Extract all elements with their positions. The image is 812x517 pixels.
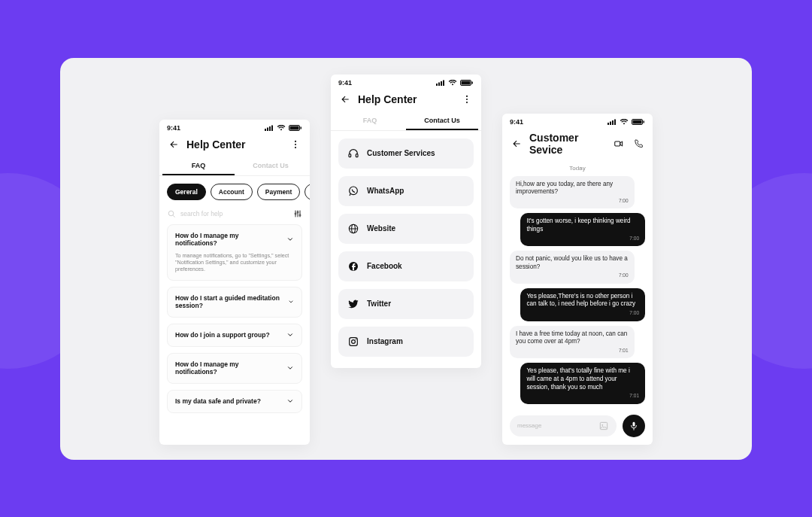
chat-body[interactable]: Hi,how are you today, are there any impr… (502, 176, 653, 407)
svg-point-14 (299, 214, 301, 216)
showcase-canvas: 9:41 Help Center FAQ Contact Us Gereral … (60, 58, 752, 460)
tab-contact-us[interactable]: Contact Us (406, 112, 478, 130)
svg-point-7 (295, 140, 296, 141)
wifi-icon (620, 119, 629, 125)
svg-point-10 (168, 211, 174, 216)
app-header: Customer Sevice (502, 127, 653, 162)
svg-rect-18 (443, 80, 444, 86)
category-chip-row: Gereral Account Payment Servic (159, 176, 310, 206)
svg-point-23 (466, 98, 468, 99)
contact-label: Twitter (367, 300, 391, 308)
image-attach-icon[interactable] (598, 421, 609, 431)
faq-question: How do I join a support group? (175, 331, 270, 339)
svg-rect-16 (438, 82, 440, 86)
chat-text: Do not panic, would you like us to have … (516, 255, 629, 271)
chat-time: 7:00 (516, 198, 629, 204)
faq-item[interactable]: Is my data safe and private? (167, 390, 302, 413)
tab-faq[interactable]: FAQ (162, 157, 235, 175)
chat-bubble-received: Do not panic, would you like us to have … (510, 251, 635, 284)
contact-twitter[interactable]: Twitter (338, 289, 474, 319)
svg-rect-20 (462, 81, 471, 84)
signal-icon (436, 80, 445, 86)
svg-point-13 (297, 211, 298, 213)
chat-bubble-received: I have a free time today at noon, can ca… (510, 326, 635, 359)
globe-icon (347, 223, 359, 235)
tab-faq[interactable]: FAQ (334, 112, 406, 130)
chat-text: Yes please, that's totally fine with me … (526, 367, 639, 391)
svg-rect-21 (472, 81, 474, 84)
chip-account[interactable]: Account (211, 184, 253, 200)
more-vertical-icon (290, 139, 301, 150)
whatsapp-icon (347, 185, 359, 197)
tabs: FAQ Contact Us (331, 112, 481, 131)
more-button[interactable] (289, 138, 302, 151)
battery-icon (632, 119, 645, 125)
screen-customer-service-chat: 9:41 Customer Sevice Today Hi,how are yo… (502, 114, 653, 445)
svg-rect-40 (633, 120, 642, 123)
status-bar: 9:41 (502, 114, 653, 127)
faq-item[interactable]: How do I manage my notifications? (167, 353, 302, 384)
svg-rect-6 (301, 126, 302, 129)
chat-text: Yes please,There's is no other person i … (526, 293, 639, 309)
wifi-icon (448, 80, 457, 86)
chip-payment[interactable]: Payment (257, 184, 300, 200)
page-title: Customer Sevice (529, 132, 606, 156)
battery-icon (289, 125, 302, 131)
facebook-icon (347, 260, 359, 272)
back-button[interactable] (167, 138, 180, 151)
filter-icon[interactable] (293, 209, 302, 218)
status-time: 9:41 (510, 118, 523, 126)
chat-text: I have a free time today at noon, can ca… (516, 330, 629, 346)
faq-item[interactable]: How do I manage my notifications? To man… (167, 224, 302, 281)
svg-point-9 (295, 147, 296, 148)
svg-rect-15 (436, 84, 438, 86)
chat-input-row: message (502, 407, 653, 445)
svg-rect-38 (614, 119, 616, 125)
svg-point-22 (466, 95, 468, 96)
call-button[interactable] (632, 137, 645, 151)
chat-time: 7:00 (526, 310, 639, 316)
contact-instagram[interactable]: Instagram (338, 327, 474, 357)
chat-time: 7:00 (526, 236, 639, 242)
faq-item[interactable]: How do I join a support group? (167, 324, 302, 347)
faq-item[interactable]: How do I start a guided meditation sessi… (167, 287, 302, 318)
back-button[interactable] (510, 137, 523, 151)
contact-facebook[interactable]: Facebook (338, 251, 474, 281)
svg-rect-17 (441, 81, 442, 86)
more-button[interactable] (460, 93, 474, 106)
svg-rect-0 (265, 129, 266, 131)
search-row[interactable]: search for help (159, 206, 310, 224)
contact-label: WhatsApp (367, 187, 404, 195)
svg-rect-2 (269, 126, 271, 131)
page-title: Help Center (186, 138, 283, 151)
wifi-icon (277, 125, 286, 131)
chat-input-placeholder: message (517, 422, 541, 429)
svg-rect-3 (271, 125, 273, 131)
svg-rect-1 (267, 127, 268, 131)
svg-rect-37 (612, 120, 614, 125)
chevron-down-icon (286, 364, 294, 372)
chat-text: It's gotten worse, i keep thinking weird… (526, 217, 639, 233)
chat-input[interactable]: message (510, 415, 617, 436)
app-header: Help Center (159, 133, 310, 157)
chat-bubble-sent: Yes please,There's is no other person i … (520, 288, 645, 321)
back-button[interactable] (338, 93, 352, 106)
contact-label: Instagram (367, 337, 403, 345)
arrow-left-icon (168, 139, 179, 150)
svg-line-11 (173, 215, 174, 217)
chip-service[interactable]: Servic (304, 184, 310, 200)
chip-general[interactable]: Gereral (167, 184, 206, 200)
contact-whatsapp[interactable]: WhatsApp (338, 176, 474, 206)
contact-website[interactable]: Website (338, 214, 474, 244)
svg-rect-25 (349, 154, 351, 157)
phone-icon (633, 138, 644, 149)
svg-rect-36 (610, 121, 611, 125)
video-call-button[interactable] (612, 137, 626, 151)
tab-contact-us[interactable]: Contact Us (235, 157, 307, 175)
twitter-icon (347, 298, 359, 310)
headphones-icon (347, 147, 359, 160)
svg-point-8 (295, 143, 296, 144)
screen-help-faq: 9:41 Help Center FAQ Contact Us Gereral … (159, 120, 310, 445)
mic-button[interactable] (623, 415, 645, 437)
contact-customer-services[interactable]: Customer Services (338, 138, 474, 169)
